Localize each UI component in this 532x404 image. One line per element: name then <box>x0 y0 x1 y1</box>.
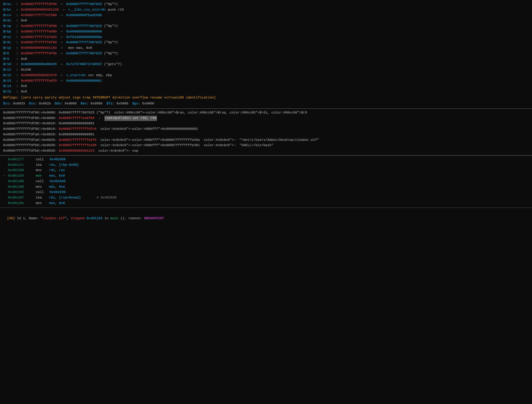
register-name: $r15 <box>3 89 14 95</box>
register-row: $rsp : 0x00007fffffffdf80 → 0x00007ffff7… <box>3 24 529 29</box>
register-value: 0x0 <box>21 89 27 95</box>
asm-address: 0x401180 <box>8 168 24 173</box>
stack-address: 0x00007fffffffdfa0 <box>3 132 39 138</box>
asm-address: 0x401183 <box>8 173 24 179</box>
register-row: $rbp : 0x00007fffffffe000 → 0x0000000000… <box>3 29 529 35</box>
stack-value: 0x00007ffffffffe0f8 <box>59 138 96 143</box>
cs-row: $cs: 0x0033 $ss: 0x002b $ds: 0x0000 $es:… <box>3 101 529 107</box>
asm-label <box>24 168 36 173</box>
stack-address: 0x00007fffffffdfa8 <box>3 138 39 143</box>
stack-row: 0x00007fffffffdf80|+0x0000: 0x00007ffff7… <box>3 110 529 116</box>
stack-row: 0x00007fffffffdf90|+0x0010: 0x0000000000… <box>3 121 529 126</box>
register-row: $rax : 0x00007fffffffdf80 → 0x00007ffff7… <box>3 2 529 7</box>
asm-label <box>24 190 36 195</box>
stack-row: 0x00007fffffffdfa0|+0x0020: 0x0000000000… <box>3 132 529 138</box>
register-row: $rdi : 0x00007fffffffdf80 → 0x00007ffff7… <box>3 40 529 45</box>
stack-address: 0x00007fffffffdf80 <box>3 110 39 116</box>
asm-mnemonic: mov <box>36 201 49 206</box>
stack-offset: +0x0020: <box>41 132 59 138</box>
stack-annotation: color:#c0c0c0">→ <box>96 126 132 132</box>
eflags-row: $eflags: [zero carry parity adjust sign … <box>3 95 529 101</box>
register-name: $rdx <box>3 18 14 24</box>
asm-operand: 0x401050 <box>50 157 68 163</box>
register-value: 0x0000000000400429 <box>21 62 57 67</box>
asm-operand: edi, 0xa <box>49 184 65 190</box>
asm-operand: 0x401040 <box>50 179 68 184</box>
arrow-icon: → <box>58 51 64 57</box>
status-bar: [#0] Id 1, Name: "cleaker.elf", stopped … <box>0 208 532 223</box>
asm-mnemonic: call <box>36 190 50 195</box>
arrow-icon: → <box>58 78 64 84</box>
stack-value: 0x00007ffffffffdfc0 <box>59 126 96 132</box>
asm-row: 0x40118d mov edi, 0xa <box>3 184 529 190</box>
arrow-icon: → <box>58 29 64 35</box>
asm-panel: 0x401177 call 0x401050 0x40117c lea rax,… <box>0 155 532 208</box>
register-annotation: ("%p"?) <box>102 51 118 57</box>
asm-operand: eax, 0x0 <box>49 201 65 206</box>
register-deref: 0x00007ffff7007025 <box>66 51 102 57</box>
register-deref: 0x00007ffff7007025 <box>66 2 102 7</box>
asm-row: 0x401197 lea rdi, [rip+0xea2] # 0x402040 <box>3 195 529 201</box>
stack-offset: +0x0028: <box>41 138 59 143</box>
asm-mnemonic: mov <box>36 168 49 173</box>
asm-label <box>24 184 36 190</box>
register-annotation: xor ebp, ebp <box>86 73 112 78</box>
arrow-icon: → <box>58 40 64 45</box>
stack-highlight: <setvbuf+261> xor r8d, r8d <box>104 116 157 121</box>
asm-operand: rdi, [rip+0xea2] <box>49 195 81 201</box>
asm-label <box>24 201 36 206</box>
register-value: 0x00007ffff7faf980 <box>21 13 57 18</box>
arrow-icon: → <box>58 73 64 78</box>
register-deref: <_start+0> <box>66 73 86 78</box>
stack-row: 0x00007fffffffdfb0|+0x0030: 0x00007fffff… <box>3 143 529 148</box>
register-name: $rbx <box>3 7 14 13</box>
register-value: 0x0 <box>21 18 27 24</box>
asm-mnemonic: lea <box>36 163 49 168</box>
stack-row: 0x00007fffffffdfa8|+0x0028: 0x00007fffff… <box>3 138 529 143</box>
arrow-icon: → <box>58 62 64 67</box>
asm-mnemonic: call <box>36 179 50 184</box>
register-name: $r10 <box>3 62 14 67</box>
stack-value: 0x0000000000000001 <box>59 132 95 138</box>
stack-offset: +0x0030: <box>41 143 59 148</box>
register-value: 0x00007fffffffdf80 <box>21 40 57 45</box>
register-value: 0x0000000000401070 <box>21 73 57 78</box>
asm-mnemonic: mov <box>36 184 49 190</box>
arrow-icon: → <box>58 24 64 29</box>
asm-address: 0x40119e <box>8 201 24 206</box>
asm-operand: eax, 0x0 <box>49 173 65 179</box>
stack-value: 0x00007ffff7007025 <box>59 110 95 116</box>
register-annotation: ("%p"?) <box>102 24 118 29</box>
register-name: $rbp <box>3 29 14 35</box>
stack-address: 0x00007fffffffdf90 <box>3 121 39 126</box>
stack-address: 0x00007fffffffdf98 <box>3 126 39 132</box>
asm-comment: # 0x402040 <box>81 195 117 201</box>
register-value: 0x246 <box>21 67 31 73</box>
stack-offset: +0x0018: <box>41 126 59 132</box>
asm-mnemonic: call <box>36 157 50 163</box>
stack-value: 0x00007ffff7e4bf65 <box>59 116 95 121</box>
register-row: $r15 : 0x0 <box>3 89 529 95</box>
asm-row: 0x401188 call 0x401040 <box>3 179 529 184</box>
register-value: 0x00007fffffffe000 <box>21 29 57 35</box>
register-deref: 0x00007ffff7007025 <box>66 40 102 45</box>
register-name: $rax <box>3 2 14 7</box>
register-value: 0x0 <box>21 57 27 62</box>
stack-address: 0x00007fffffffdf88 <box>3 116 39 121</box>
arrow-icon: → <box>58 2 64 7</box>
stack-address: 0x00007fffffffdfb8 <box>3 148 39 154</box>
register-name: $rip <box>3 45 14 51</box>
register-value: 0x00007fffffffdf80 <box>21 51 57 57</box>
register-value: 0x00007fffffffdf80 <box>21 24 57 29</box>
register-deref: <__libc_csu_init+0> <box>68 7 106 13</box>
register-name: $r14 <box>3 84 14 89</box>
register-row: $rcx : 0x00007ffff7faf980 → 0x00000000fb… <box>3 13 529 18</box>
register-annotation: mov eax, 0x0 <box>66 45 92 51</box>
stack-row: 0x00007fffffffdf88|+0x0008: 0x00007ffff7… <box>3 116 529 121</box>
register-name: $rsi <box>3 35 14 40</box>
register-value: 0x0000000000401183 <box>21 45 57 51</box>
arrow-icon: → <box>58 35 64 40</box>
arrow-icon: → <box>58 13 64 18</box>
register-row: $r11 : 0x246 <box>3 67 529 73</box>
registers-panel: $rax : 0x00007fffffffdf80 → 0x00007ffff7… <box>0 0 532 109</box>
